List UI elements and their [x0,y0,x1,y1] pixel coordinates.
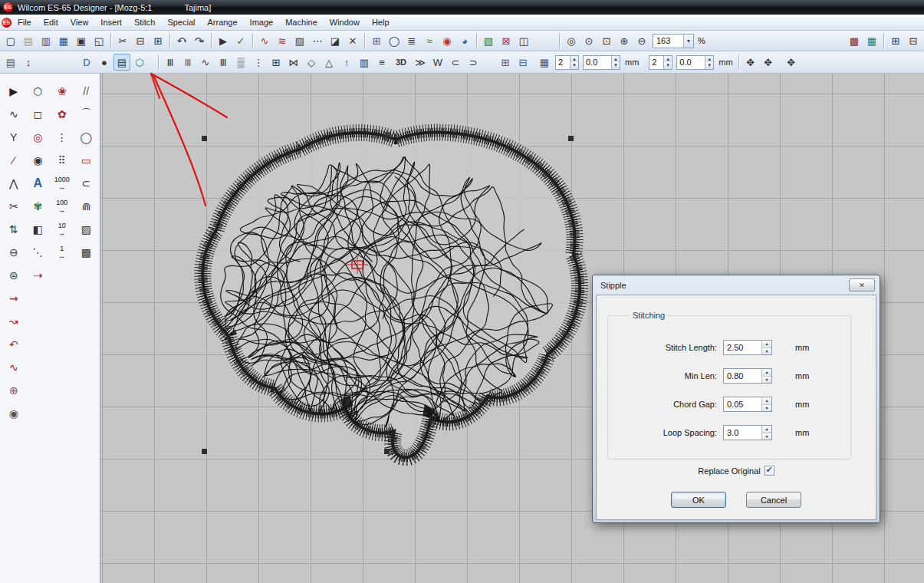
color-wheel-button[interactable]: ◉ [439,32,455,49]
guides-button[interactable]: ▦ [536,54,553,71]
ellipse-tool-button[interactable]: ◯ [77,128,95,147]
stipple-outline-button[interactable]: ⬡ [131,54,148,71]
selection-handle-bottom-left[interactable] [202,449,207,454]
stitch-length-input[interactable]: 2.50 ▴▾ [723,340,772,355]
reshape-tool-button[interactable]: ⬡ [28,82,47,100]
menu-window[interactable]: Window [324,16,366,28]
program-split-button[interactable]: ⊞ [268,54,284,71]
stitch-view-button[interactable]: ▧ [480,32,497,49]
spinner-down-icon[interactable]: ▼ [612,62,620,69]
spinner-up-icon[interactable]: ▴ [762,426,771,433]
shoe-tool-button[interactable]: ⊂ [77,174,95,193]
spinner-down-icon[interactable]: ▾ [762,433,771,440]
half-tool-button[interactable]: ◧ [28,220,47,239]
panel-button[interactable]: ◫ [515,32,532,49]
menu-arrange[interactable]: Arrange [201,16,243,28]
rect-tool-button[interactable]: ▭ [77,151,95,170]
save-button[interactable]: ▥ [38,32,54,49]
open-button[interactable]: ▤ [20,32,37,49]
flower-b-button[interactable]: ✿ [53,105,71,124]
grid-button[interactable]: ⊞ [368,32,385,49]
spinner-up-icon[interactable]: ▴ [762,341,771,348]
satin-stitch-button[interactable]: ≋ [274,32,291,49]
stitch-length-spinner[interactable]: ▴▾ [761,341,771,354]
dialog-close-button[interactable]: ✕ [849,278,875,292]
ok-button[interactable]: OK [671,492,726,508]
menu-edit[interactable]: Edit [38,16,64,28]
menu-machine[interactable]: Machine [279,16,324,28]
paste-button[interactable]: ⊞ [150,32,166,49]
dropdown-icon[interactable]: ▾ [202,38,205,44]
grid-spacing-y-spinner[interactable]: 0.0▲▼ [676,55,714,70]
move-design-button[interactable]: ✥ [742,54,759,71]
replace-original-checkbox[interactable]: ✔ [765,466,774,476]
print-preview-button[interactable]: ◱ [90,32,107,49]
grid-snap-button[interactable]: ⊟ [515,54,531,71]
stipple-button[interactable]: ▤ [113,54,130,71]
jagged-button[interactable]: W [429,54,446,71]
applique-button[interactable]: ◪ [327,32,344,49]
penetrations-tool-button[interactable]: ⋮ [53,128,71,147]
branch-order-button[interactable]: ↕ [20,54,37,71]
ring-tool-button[interactable]: ◉ [28,151,47,170]
lettering-tool-button[interactable]: A [28,174,47,193]
spinner-down-icon[interactable]: ▼ [705,62,713,69]
effect-3d-button[interactable]: 3D [391,54,411,71]
curve-arrow-button[interactable]: ↶ [5,335,23,354]
undo-button[interactable]: ↶▾ [173,32,190,49]
zigzag-button[interactable]: ∿ [197,54,214,71]
flower-a-button[interactable]: ❀ [53,82,71,100]
menu-file[interactable]: File [12,16,38,28]
grid-major-x-spinner[interactable]: 2▲▼ [555,55,579,70]
open-left-button[interactable]: ⊂ [447,54,464,71]
branch-tool-button[interactable]: Y [5,128,23,147]
density-100-button[interactable]: 100↔ [56,199,67,214]
carving-button[interactable]: ▥ [356,54,373,71]
density-1-button[interactable]: 1↔ [58,245,65,260]
satin-b-button[interactable]: Ⅲ [179,54,196,71]
cut-button[interactable]: ✂ [114,32,131,49]
spinner-up-icon[interactable]: ▲ [612,56,620,63]
tatami-button[interactable]: ▨ [291,32,308,49]
curve-button[interactable]: ≈ [421,32,438,49]
spinner-down-icon[interactable]: ▼ [664,62,672,69]
grid-spacing-x-spinner[interactable]: 0.0▲▼ [583,55,620,70]
wavy-arrow-button[interactable]: ⇝ [5,289,23,308]
move-hoop-button[interactable]: ✥ [760,54,777,71]
hatch-tool-button[interactable]: // [77,82,95,100]
menu-special[interactable]: Special [161,16,201,28]
run-stitch-button[interactable]: ∿ [256,32,273,49]
add-target-button[interactable]: ⊕ [5,381,23,400]
move-partial-button[interactable]: ✥ [783,54,800,71]
dialog-titlebar[interactable]: Stipple ✕ [596,275,876,295]
gradient-fill-button[interactable]: ≡ [373,54,390,71]
grid-major-y-spinner[interactable]: 2▲▼ [649,55,672,70]
zoom-button[interactable]: ⊙ [580,32,597,49]
shape-tool-button[interactable]: ◻ [28,105,47,124]
overlap-button[interactable]: ⊠ [498,32,515,49]
zoom-level-combobox[interactable]: 163 ▾ [653,34,694,48]
copy-button[interactable]: ⊟ [132,32,149,49]
zoom-out-button[interactable]: ⊖ [633,32,650,49]
spinner-down-icon[interactable]: ▾ [762,405,771,412]
dropdown-icon[interactable]: ▾ [184,38,187,44]
spinner-up-icon[interactable]: ▲ [664,56,672,63]
loop-spacing-input[interactable]: 3.0 ▴▾ [723,425,772,440]
motif-button[interactable]: ⋯ [309,32,326,49]
loop-spacing-spinner[interactable]: ▴▾ [761,426,771,440]
pattern-b-button[interactable]: ▩ [77,243,95,262]
cancel-button[interactable]: Cancel [746,492,801,508]
scissors-tool-button[interactable]: ✂ [5,197,23,216]
spinner-up-icon[interactable]: ▲ [571,56,578,63]
density-10-button[interactable]: 10↔ [58,222,66,237]
star-fill-button[interactable]: △ [321,54,337,71]
save-all-button[interactable]: ▦ [55,32,72,49]
spinner-down-icon[interactable]: ▾ [762,377,771,384]
flexi-split-button[interactable]: ⋈ [285,54,302,71]
wave-b-button[interactable]: ∿ [5,358,23,377]
pattern-a-button[interactable]: ▨ [77,220,95,239]
outline-design-button[interactable]: D [78,54,95,71]
chord-gap-spinner[interactable]: ▴▾ [761,397,771,411]
selection-handle-top-left[interactable] [202,136,207,141]
ruler-button[interactable]: ≣ [403,32,420,49]
